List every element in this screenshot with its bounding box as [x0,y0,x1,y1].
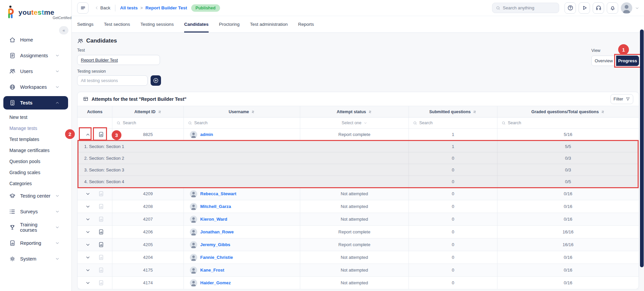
personal-report-icon[interactable] [98,267,104,273]
username-search[interactable] [184,118,300,128]
global-search[interactable] [492,3,559,13]
expand-row-chevron-down-icon[interactable] [85,217,91,222]
divider [115,5,115,11]
sidebar-subitem-test-templates[interactable]: Test templates [0,134,71,145]
submitted-questions-search[interactable] [409,118,497,128]
sidebar-subitem-manage-tests[interactable]: Manage tests [0,123,71,134]
personal-report-icon[interactable] [98,229,104,235]
sidebar-subitem-new-test[interactable]: New test [0,112,71,123]
personal-report-icon[interactable] [98,241,104,248]
sidebar-item-tests[interactable]: Tests [3,96,68,110]
testing-session-input[interactable] [77,75,148,86]
sidebar-item-surveys[interactable]: Surveys [3,205,68,218]
chevron-down-icon [55,53,60,58]
sort-icon[interactable] [158,110,162,114]
personal-report-icon[interactable] [98,216,104,222]
expand-row-chevron-down-icon[interactable] [85,268,91,273]
sidebar-item-reporting[interactable]: Reporting [3,236,68,250]
breadcrumb-all-tests[interactable]: All tests [120,5,138,10]
username-link[interactable]: Kane_Frost [200,268,224,273]
graded-questions-search[interactable] [497,118,639,128]
username-link[interactable]: Jeremy_Gibbs [200,242,230,247]
sort-icon[interactable] [368,110,372,114]
sidebar-item-users[interactable]: Users [3,65,68,78]
sidebar-subitem-manage-certificates[interactable]: Manage certificates [0,145,71,156]
username-link[interactable]: Rebecca_Stewart [200,191,236,196]
expand-row-chevron-down-icon[interactable] [85,229,91,235]
attempt-status-select[interactable]: Select one [300,118,409,128]
attempt-id-search[interactable] [112,118,184,128]
username-link[interactable]: Fannie_Christie [200,255,233,260]
add-session-button[interactable] [151,75,161,86]
username-link[interactable]: admin [200,132,213,137]
personal-report-icon[interactable] [98,191,104,197]
global-search-input[interactable] [503,5,553,10]
column-header-username[interactable]: Username [184,106,300,117]
sidebar-subitem-categories[interactable]: Categories [0,178,71,189]
breadcrumb-current-test[interactable]: Report Builder Test [146,5,187,10]
actions-cell [77,238,112,251]
sort-icon[interactable] [601,110,605,114]
back-button[interactable]: Back [95,5,110,10]
test-select-field[interactable]: Report Builder Test [77,55,160,65]
expand-row-chevron-down-icon[interactable] [85,280,91,286]
sidebar-item-testing-center[interactable]: Testing center [3,189,68,203]
sort-icon[interactable] [473,110,477,114]
username-link[interactable]: Jonathan_Rowe [200,229,234,234]
tab-test-administration[interactable]: Test administration [250,16,288,32]
personal-report-icon[interactable] [98,131,104,138]
tab-settings[interactable]: Settings [77,16,94,32]
notifications-button[interactable] [607,2,618,14]
tab-test-sections[interactable]: Test sections [104,16,130,32]
column-header-submitted-questions[interactable]: Submitted questions [409,106,497,117]
user-avatar [190,267,197,274]
test-select-value[interactable]: Report Builder Test [81,58,118,63]
username-link[interactable]: Mitchell_Garza [200,204,231,209]
username-cell: Haider_Gomez [184,277,300,289]
table-row-attempt-4206: 4206Jonathan_RoweReport complete016/16 [77,226,639,238]
hamburger-menu-button[interactable] [77,2,89,14]
candidates-icon [77,38,84,44]
personal-report-icon[interactable] [98,280,104,286]
personal-report-icon[interactable] [98,203,104,210]
expand-row-chevron-down-icon[interactable] [85,191,91,197]
sidebar-item-assignments[interactable]: Assignments [3,49,68,62]
username-search-input[interactable] [194,121,284,125]
tab-reports[interactable]: Reports [298,16,314,32]
sidebar-item-workspaces[interactable]: Workspaces [3,80,68,94]
sidebar-subitem-question-pools[interactable]: Question pools [0,156,71,167]
expand-row-chevron-down-icon[interactable] [85,204,91,209]
column-header-attempt-id[interactable]: Attempt ID [112,106,184,117]
support-button[interactable] [593,2,604,14]
graded-questions-search-input[interactable] [508,121,618,125]
personal-report-icon[interactable] [98,254,104,261]
tab-proctoring[interactable]: Proctoring [219,16,240,32]
expand-row-chevron-up-icon[interactable] [85,132,91,137]
column-header-attempt-status[interactable]: Attempt status [300,106,409,117]
funnel-icon [626,97,630,101]
vertical-scrollbar-thumb[interactable] [640,29,644,267]
sidebar-collapse-button[interactable]: « [59,26,68,34]
column-header-graded-questions-total-questions[interactable]: Graded questions/Total questions [497,106,639,117]
tab-testing-sessions[interactable]: Testing sessions [141,16,174,32]
sidebar-item-home[interactable]: Home [3,33,68,47]
sidebar-item-training-courses[interactable]: Training courses [3,221,68,234]
tutorial-play-button[interactable] [579,2,590,14]
user-avatar[interactable] [621,2,632,14]
sidebar-item-system[interactable]: System [3,252,68,266]
username-link[interactable]: Haider_Gomez [200,280,231,285]
sort-icon[interactable] [251,110,255,114]
expand-row-chevron-down-icon[interactable] [85,255,91,260]
view-overview-button[interactable]: Overview [591,56,616,66]
attempt-id-search-input[interactable] [123,121,176,125]
sidebar-subitem-grading-scales[interactable]: Grading scales [0,167,71,178]
user-menu-chevron-icon[interactable] [635,6,639,10]
submitted-questions-search-input[interactable] [419,121,487,125]
view-progress-button[interactable]: Progress [616,56,639,66]
expand-row-chevron-down-icon[interactable] [85,242,91,247]
tab-candidates[interactable]: Candidates [184,16,209,32]
username-link[interactable]: Kieron_Ward [200,217,227,222]
filter-button[interactable]: Filter [610,94,633,104]
view-toggle: View Overview Progress [591,48,639,66]
help-button[interactable] [565,2,576,14]
